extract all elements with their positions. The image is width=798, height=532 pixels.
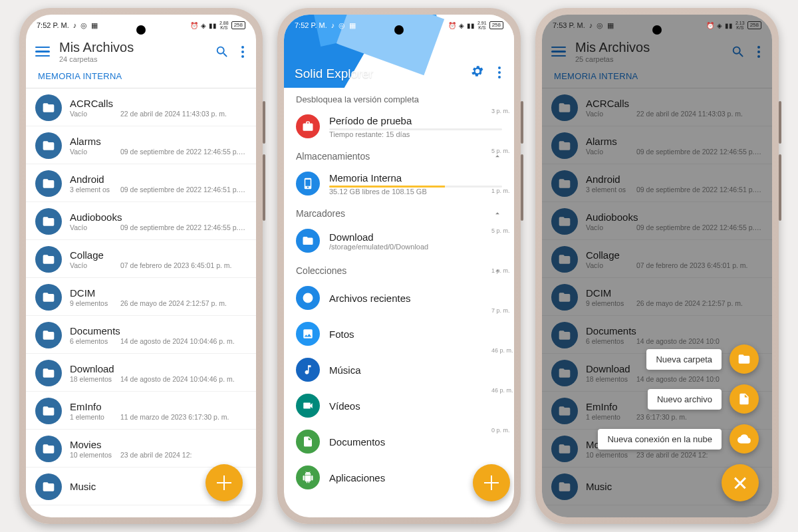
folder-name: Movies: [70, 439, 247, 450]
battery-icon: 258: [747, 21, 761, 29]
phone-2: 7:52 P. M. ♪ ◎ ▦ ⏰ ◈ ▮▮ 2.91K/S 258 Soli…: [277, 8, 521, 524]
trial-row[interactable]: Período de prueba 0% Tiempo restante: 15…: [284, 108, 514, 144]
overflow-icon[interactable]: [495, 64, 503, 81]
folder-count: Vacío: [70, 261, 115, 269]
unlock-prompt[interactable]: Desbloquea la versión completa: [284, 88, 514, 108]
music-icon: [296, 358, 320, 382]
folder-row[interactable]: CollageVacío07 de febrero de 2023 6:45:0…: [26, 240, 256, 278]
calendar-icon: ▦: [91, 21, 98, 30]
status-time: 7:52 P. M.: [295, 21, 327, 29]
phone-icon: [296, 172, 320, 196]
folder-row[interactable]: Download18 elementos14 de agosto de 2024…: [26, 354, 256, 392]
signal-icon: ▮▮: [467, 22, 475, 29]
navigation-drawer[interactable]: Desbloquea la versión completa Período d…: [284, 88, 514, 517]
page-subtitle: 24 carpetas: [59, 55, 205, 63]
collection-doc[interactable]: Documentos: [284, 424, 514, 460]
folder-count: 1 elemento: [70, 413, 115, 421]
collection-music[interactable]: Música: [284, 352, 514, 388]
wifi-icon: ◈: [459, 22, 464, 29]
folder-count: 18 elementos: [70, 375, 115, 383]
android-icon: [296, 466, 320, 489]
folder-icon: [35, 436, 62, 462]
folder-icon: [35, 322, 62, 348]
calendar-icon: ▦: [607, 21, 614, 30]
folder-name: DCIM: [70, 287, 247, 299]
folder-name: Collage: [70, 249, 247, 261]
trial-label: Período de prueba: [329, 115, 502, 126]
folder-name: EmInfo: [70, 401, 247, 412]
cloud-icon: [730, 424, 759, 454]
search-icon[interactable]: [215, 45, 229, 59]
folder-date: 22 de abril de 2024 11:43:03 p. m.: [120, 110, 247, 118]
instagram-icon: ◎: [80, 21, 87, 30]
folder-row[interactable]: Android3 element os09 de septiembre de 2…: [26, 164, 256, 202]
folder-count: Vacío: [70, 148, 115, 156]
camera-cutout: [652, 25, 662, 35]
folder-icon: [35, 208, 62, 235]
alarm-icon: ⏰: [190, 22, 198, 29]
folder-count: Vacío: [70, 110, 115, 118]
folder-icon: [296, 229, 320, 253]
fab-add[interactable]: [473, 464, 510, 501]
folder-row[interactable]: AlarmsVacío09 de septiembre de 2022 12:4…: [26, 126, 256, 164]
bookmark-download[interactable]: Download /storage/emulated/0/Download: [284, 223, 514, 259]
folder-row[interactable]: ACRCallsVacío22 de abril de 2024 11:43:0…: [26, 88, 256, 126]
background-list-peek: 3 p. m.5 p. m.1 p. m.5 p. m.1 p. m.7 p. …: [491, 93, 513, 517]
folder-date: 11 de marzo de 2023 6:17:30 p. m.: [120, 413, 247, 421]
fab-new-file[interactable]: Nuevo archivo: [648, 384, 759, 414]
folder-icon: [35, 360, 62, 386]
folder-date: 23 de abril de 2024 12:: [120, 451, 247, 459]
status-time: 7:53 P. M.: [553, 21, 585, 29]
tiktok-icon: ♪: [73, 21, 77, 29]
folder-row[interactable]: Documents6 elementos14 de agosto de 2024…: [26, 316, 256, 354]
folder-count: 10 elementos: [70, 451, 115, 459]
camera-cutout: [394, 25, 404, 35]
folder-name: ACRCalls: [70, 98, 247, 109]
section-collections[interactable]: Colecciones: [284, 259, 514, 280]
folder-date: 07 de febrero de 2023 6:45:01 p. m.: [120, 261, 247, 269]
alarm-icon: ⏰: [448, 22, 456, 29]
folder-name: Audiobooks: [70, 211, 247, 223]
folder-icon: [35, 94, 62, 121]
folder-icon: [35, 473, 62, 500]
folder-count: 3 element os: [70, 186, 115, 194]
collection-image[interactable]: Fotos: [284, 316, 514, 352]
briefcase-icon: [296, 114, 320, 138]
fab-new-cloud[interactable]: Nueva conexión en la nube: [598, 424, 759, 454]
folder-date: 09 de septiembre de 2022 12:46:55 p. m.: [120, 223, 247, 231]
section-bookmarks[interactable]: Marcadores: [284, 201, 514, 223]
settings-icon[interactable]: [470, 64, 485, 81]
folder-date: 09 de septiembre de 2022 12:46:51 p. m.: [120, 186, 247, 194]
folder-row[interactable]: EmInfo1 elemento11 de marzo de 2023 6:17…: [26, 392, 256, 430]
storage-internal[interactable]: Memoria Interna 67% 35.12 GB libres de 1…: [284, 166, 514, 201]
overflow-icon[interactable]: [239, 43, 247, 61]
folder-row[interactable]: DCIM9 elementos26 de mayo de 2024 2:12:5…: [26, 278, 256, 316]
fab-new-folder[interactable]: Nueva carpeta: [646, 344, 759, 374]
folder-icon: [35, 132, 62, 159]
wifi-icon: ◈: [201, 22, 206, 29]
collection-clock[interactable]: Archivos recientes: [284, 280, 514, 316]
folder-date: 09 de septiembre de 2022 12:46:55 p. m.: [120, 148, 247, 156]
folder-count: 6 elementos: [70, 337, 115, 345]
menu-icon[interactable]: [35, 44, 50, 60]
signal-icon: ▮▮: [725, 22, 733, 29]
file-icon: [730, 384, 759, 414]
folder-count: Vacío: [70, 223, 115, 231]
fab-close[interactable]: [722, 464, 759, 501]
phone-1: 7:52 P. M. ♪ ◎ ▦ ⏰ ◈ ▮▮ 2.88K/S 258 Mis …: [19, 8, 263, 524]
folder-icon: [35, 284, 62, 311]
video-icon: [296, 394, 320, 418]
collection-video[interactable]: Vídeos: [284, 388, 514, 424]
clock-icon: [296, 286, 320, 310]
folder-row[interactable]: Movies10 elementos23 de abril de 2024 12…: [26, 430, 256, 467]
tab-internal-storage[interactable]: MEMORIA INTERNA: [26, 66, 256, 88]
wifi-icon: ◈: [717, 22, 722, 29]
section-storage[interactable]: Almacenamientos: [284, 144, 514, 166]
folder-icon: [730, 344, 759, 374]
camera-cutout: [136, 25, 146, 35]
signal-icon: ▮▮: [209, 22, 217, 29]
fab-add[interactable]: [205, 464, 243, 501]
folder-list[interactable]: ACRCallsVacío22 de abril de 2024 11:43:0…: [26, 88, 256, 517]
doc-icon: [296, 430, 320, 454]
folder-row[interactable]: AudiobooksVacío09 de septiembre de 2022 …: [26, 202, 256, 240]
